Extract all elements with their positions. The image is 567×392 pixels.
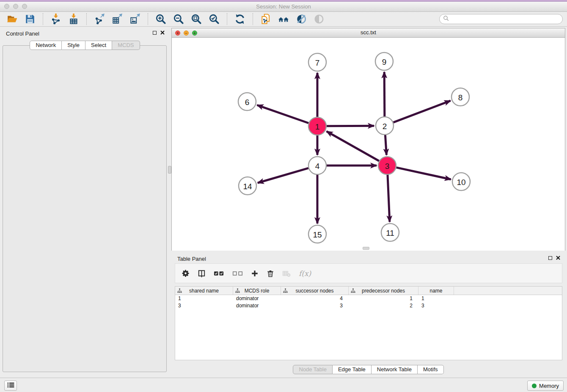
column-header-name[interactable]: name bbox=[418, 287, 454, 295]
column-header-mcds-role[interactable]: MCDS role bbox=[233, 287, 281, 295]
network-canvas[interactable]: 7968124314101511 bbox=[172, 38, 565, 251]
table-tabs: Node TableEdge TableNetwork TableMotifs bbox=[171, 365, 565, 374]
settings-gear-icon[interactable] bbox=[182, 269, 190, 277]
zoom-selected-icon[interactable] bbox=[206, 13, 222, 25]
select-all-icon[interactable] bbox=[214, 270, 224, 277]
node-9[interactable]: 9 bbox=[375, 52, 393, 70]
edge-2-8[interactable] bbox=[394, 101, 451, 122]
node-3[interactable]: 3 bbox=[378, 157, 396, 174]
clone-network-icon[interactable] bbox=[258, 13, 273, 25]
edge-3-10[interactable] bbox=[396, 168, 451, 179]
node-label: 2 bbox=[383, 122, 387, 131]
tab-node-table[interactable]: Node Table bbox=[293, 365, 333, 374]
vertical-splitter-handle[interactable] bbox=[168, 166, 171, 174]
edge-1-6[interactable] bbox=[257, 105, 309, 123]
node-1[interactable]: 1 bbox=[308, 117, 326, 135]
edge-4-14[interactable] bbox=[258, 168, 308, 183]
search-icon bbox=[443, 15, 449, 23]
node-label: 15 bbox=[313, 230, 322, 239]
close-panel-icon[interactable] bbox=[160, 30, 165, 35]
toolbar-separator bbox=[43, 13, 43, 25]
node-label: 14 bbox=[243, 182, 252, 191]
column-header-predecessor-nodes[interactable]: predecessor nodes bbox=[349, 287, 418, 295]
zoom-view-button[interactable]: + bbox=[192, 30, 197, 36]
zoom-in-icon[interactable] bbox=[153, 13, 168, 25]
column-header-label: MCDS role bbox=[245, 288, 270, 294]
delete-table-icon[interactable] bbox=[282, 269, 291, 278]
column-header-label: shared name bbox=[189, 288, 219, 294]
column-header-label: predecessor nodes bbox=[362, 288, 405, 294]
edge-1-2[interactable] bbox=[327, 126, 374, 126]
search-box[interactable] bbox=[439, 14, 563, 24]
table-toolbar: f(x) bbox=[175, 263, 562, 283]
node-10[interactable]: 10 bbox=[452, 173, 470, 190]
cell-mcds-role: dominator bbox=[233, 302, 281, 309]
close-table-panel-icon[interactable] bbox=[556, 256, 560, 260]
tab-mcds[interactable]: MCDS bbox=[112, 41, 140, 50]
cyndex-houses-icon[interactable] bbox=[276, 13, 291, 25]
save-session-icon[interactable] bbox=[22, 13, 38, 25]
memory-button[interactable]: Memory bbox=[527, 381, 564, 391]
export-image-icon[interactable] bbox=[127, 13, 143, 25]
edge-2-3[interactable] bbox=[385, 135, 386, 155]
node-label: 3 bbox=[385, 162, 390, 171]
edge-3-11[interactable] bbox=[388, 175, 390, 222]
function-builder-icon[interactable]: f(x) bbox=[299, 269, 311, 278]
cell-successor-nodes: 4 bbox=[281, 295, 349, 302]
export-table-icon[interactable] bbox=[110, 13, 125, 25]
graphics-details-icon[interactable] bbox=[311, 13, 327, 25]
node-14[interactable]: 14 bbox=[239, 177, 256, 195]
close-view-button[interactable]: × bbox=[175, 30, 180, 36]
import-network-icon[interactable] bbox=[48, 13, 63, 25]
node-4[interactable]: 4 bbox=[308, 157, 326, 174]
tab-network-table[interactable]: Network Table bbox=[372, 365, 418, 374]
open-file-icon[interactable] bbox=[5, 13, 20, 25]
search-input[interactable] bbox=[451, 16, 562, 23]
tab-select[interactable]: Select bbox=[85, 41, 112, 50]
zoom-fit-icon[interactable] bbox=[189, 13, 204, 25]
zoom-out-icon[interactable] bbox=[171, 13, 186, 25]
deselect-all-icon[interactable] bbox=[232, 270, 243, 277]
delete-row-icon[interactable] bbox=[267, 270, 274, 277]
edge-2-9[interactable] bbox=[384, 72, 385, 116]
column-header-successor-nodes[interactable]: successor nodes bbox=[281, 287, 349, 295]
vizmapper-icon[interactable] bbox=[294, 13, 309, 25]
edge-3-1[interactable] bbox=[327, 131, 379, 161]
column-header-label: successor nodes bbox=[295, 288, 333, 294]
node-label: 7 bbox=[315, 58, 320, 67]
table-row[interactable]: 3dominator323 bbox=[175, 302, 562, 309]
node-label: 9 bbox=[382, 58, 387, 66]
tab-style[interactable]: Style bbox=[62, 41, 85, 50]
control-panel-header: Control Panel bbox=[0, 27, 170, 39]
tab-network[interactable]: Network bbox=[30, 41, 62, 50]
refresh-icon[interactable] bbox=[232, 13, 248, 25]
tab-edge-table[interactable]: Edge Table bbox=[333, 365, 372, 374]
cell-predecessor-nodes: 1 bbox=[349, 295, 418, 302]
node-15[interactable]: 15 bbox=[308, 225, 326, 243]
hierarchy-icon bbox=[351, 288, 355, 294]
import-table-icon[interactable] bbox=[66, 13, 81, 25]
table-panel: Table Panel f(x) shared nameMCDS rolesuc… bbox=[171, 252, 565, 377]
app-titlebar: Session: New Session bbox=[0, 2, 567, 12]
column-header-shared-name[interactable]: shared name bbox=[175, 287, 233, 295]
node-7[interactable]: 7 bbox=[308, 53, 326, 71]
node-11[interactable]: 11 bbox=[381, 224, 399, 241]
control-panel-tabs: NetworkStyleSelectMCDS bbox=[0, 41, 170, 50]
export-network-icon[interactable] bbox=[92, 13, 107, 25]
toolbar-separator bbox=[86, 13, 87, 25]
horizontal-splitter-handle[interactable] bbox=[363, 247, 369, 250]
hierarchy-icon bbox=[177, 288, 182, 294]
node-8[interactable]: 8 bbox=[451, 88, 469, 106]
table-row[interactable]: 1dominator411 bbox=[175, 295, 562, 302]
float-table-panel-icon[interactable] bbox=[548, 256, 552, 260]
add-row-icon[interactable] bbox=[251, 270, 259, 277]
minimize-view-button[interactable]: − bbox=[184, 30, 189, 36]
memory-status-dot bbox=[532, 384, 537, 388]
task-history-button[interactable] bbox=[4, 381, 17, 391]
tab-motifs[interactable]: Motifs bbox=[418, 365, 444, 374]
column-layout-icon[interactable] bbox=[198, 269, 206, 277]
node-2[interactable]: 2 bbox=[376, 117, 394, 135]
float-panel-icon[interactable] bbox=[153, 31, 157, 35]
node-6[interactable]: 6 bbox=[238, 93, 256, 110]
mcds-panel bbox=[3, 45, 167, 372]
